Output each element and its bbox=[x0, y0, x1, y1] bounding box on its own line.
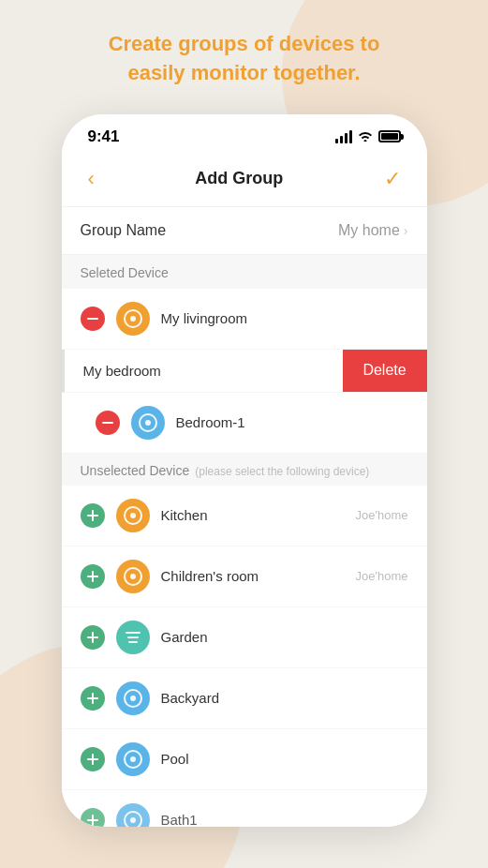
plus-icon bbox=[87, 510, 98, 521]
device-home: Joe'home bbox=[356, 569, 408, 583]
page-wrapper: Create groups of devices to easily monit… bbox=[0, 0, 488, 868]
unselected-label: Unselected Device bbox=[81, 463, 190, 478]
device-name: Pool bbox=[161, 751, 408, 767]
content-area: Group Name My home › Seleted Device bbox=[62, 207, 427, 827]
list-item: Bath1 bbox=[62, 790, 427, 827]
pool-icon bbox=[116, 742, 150, 776]
icon-dot bbox=[130, 817, 136, 823]
list-item: Kitchen Joe'home bbox=[62, 486, 427, 546]
remove-livingroom-button[interactable] bbox=[81, 307, 105, 331]
add-kitchen-button[interactable] bbox=[81, 503, 105, 528]
device-name: Children's room bbox=[161, 568, 356, 584]
list-item: Garden bbox=[62, 607, 427, 668]
icon-dot bbox=[130, 756, 136, 762]
plus-icon bbox=[87, 571, 98, 582]
icon-ring bbox=[139, 413, 157, 432]
selected-device-list: My livingroom My bedroom Delete bbox=[62, 289, 427, 454]
selected-section-header: Seleted Device bbox=[62, 255, 427, 289]
wifi-icon bbox=[358, 129, 373, 144]
icon-ring bbox=[124, 506, 142, 525]
device-name: Garden bbox=[161, 629, 408, 645]
plus-icon bbox=[87, 815, 98, 826]
icon-dot bbox=[130, 513, 136, 518]
unselected-device-list: Kitchen Joe'home Children's room Joe'hom… bbox=[62, 486, 427, 827]
status-icons bbox=[335, 129, 401, 144]
signal-bars-icon bbox=[335, 130, 352, 143]
icon-dot bbox=[130, 696, 136, 701]
backyard-icon bbox=[116, 681, 150, 715]
status-bar: 9:41 bbox=[62, 114, 427, 156]
list-item: Bedroom-1 bbox=[62, 393, 427, 454]
livingroom-icon bbox=[116, 302, 150, 336]
device-name: My livingroom bbox=[161, 310, 408, 326]
device-name: Bath1 bbox=[161, 812, 408, 827]
page-headline: Create groups of devices to easily monit… bbox=[71, 30, 418, 88]
unselected-hint: (please select the following device) bbox=[195, 465, 369, 478]
lines-icon bbox=[126, 632, 140, 643]
group-name-row[interactable]: Group Name My home › bbox=[62, 207, 427, 255]
bedroom-group-header: My bedroom Delete bbox=[62, 350, 427, 393]
add-childrens-button[interactable] bbox=[81, 564, 105, 589]
group-name-label: Group Name bbox=[81, 222, 167, 239]
headline-line2: easily monitor together. bbox=[127, 61, 360, 84]
icon-ring bbox=[124, 689, 142, 708]
icon-ring bbox=[124, 309, 142, 328]
add-backyard-button[interactable] bbox=[81, 686, 105, 711]
delete-label: Delete bbox=[362, 362, 406, 379]
device-name: Kitchen bbox=[161, 507, 356, 523]
battery-icon bbox=[378, 130, 401, 142]
nav-title: Add Group bbox=[195, 169, 283, 188]
group-name-text: My home bbox=[338, 222, 400, 239]
icon-ring bbox=[124, 567, 142, 586]
add-pool-button[interactable] bbox=[81, 747, 105, 771]
group-name-value: My home › bbox=[338, 222, 407, 239]
plus-icon bbox=[87, 693, 98, 704]
list-item: My livingroom bbox=[62, 289, 427, 350]
kitchen-icon bbox=[116, 499, 150, 532]
bath1-icon bbox=[116, 803, 150, 827]
icon-dot bbox=[145, 420, 151, 426]
remove-bedroom1-button[interactable] bbox=[96, 411, 120, 435]
back-button[interactable]: ‹ bbox=[81, 163, 102, 195]
nav-bar: ‹ Add Group ✓ bbox=[62, 156, 427, 207]
garden-icon bbox=[116, 621, 150, 654]
icon-ring bbox=[124, 750, 142, 769]
delete-bedroom-button[interactable]: Delete bbox=[343, 350, 427, 392]
unselected-section-header: Unselected Device (please select the fol… bbox=[62, 454, 427, 486]
plus-icon bbox=[87, 754, 98, 765]
list-item: Pool bbox=[62, 729, 427, 790]
selected-label: Seleted Device bbox=[81, 265, 169, 280]
status-time: 9:41 bbox=[88, 127, 120, 146]
icon-dot bbox=[130, 574, 136, 579]
add-garden-button[interactable] bbox=[81, 625, 105, 650]
plus-icon bbox=[87, 632, 98, 643]
phone-shell: 9:41 ‹ Add Group ✓ Group N bbox=[62, 114, 427, 827]
device-name: Backyard bbox=[161, 690, 408, 706]
headline-line1: Create groups of devices to bbox=[109, 32, 380, 55]
add-bath1-button[interactable] bbox=[81, 808, 105, 827]
device-name: Bedroom-1 bbox=[176, 414, 408, 430]
list-item: Backyard bbox=[62, 668, 427, 729]
icon-ring bbox=[124, 811, 142, 827]
icon-dot bbox=[130, 316, 136, 322]
bedroom1-icon bbox=[131, 406, 165, 440]
device-home: Joe'home bbox=[356, 508, 408, 522]
childrens-icon bbox=[116, 560, 150, 593]
chevron-right-icon: › bbox=[404, 223, 408, 238]
confirm-button[interactable]: ✓ bbox=[377, 163, 408, 195]
list-item: Children's room Joe'home bbox=[62, 546, 427, 607]
